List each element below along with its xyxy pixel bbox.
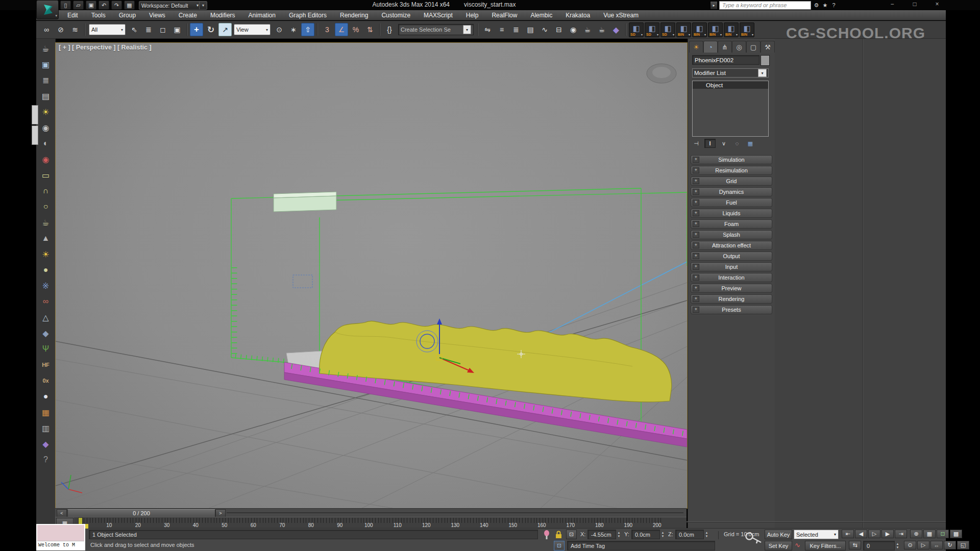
help-icon[interactable]: ? [830, 2, 838, 9]
menu-item[interactable]: Create [172, 10, 204, 20]
time-config-icon[interactable]: ⊙ [904, 541, 916, 549]
angle-snap-icon[interactable]: ∠ [335, 23, 348, 36]
next-frame-button[interactable]: ▶ [881, 530, 894, 538]
rollout-header[interactable]: +Output [691, 252, 772, 261]
zoom-all-icon[interactable]: ▦ [923, 530, 936, 538]
expand-plus-icon[interactable]: + [693, 253, 699, 259]
rollout-header[interactable]: +Dynamics [691, 187, 772, 196]
redo-icon[interactable]: ↷ [111, 1, 122, 10]
align-icon[interactable]: ≡ [495, 23, 508, 36]
shaded-sphere-icon[interactable]: ◐ [39, 137, 53, 150]
menu-item[interactable]: Vue xStream [597, 10, 645, 20]
pin-stack-icon[interactable]: ⊣ [691, 139, 701, 147]
modifier-list-dropdown[interactable]: Modifier List▾ [692, 68, 769, 78]
minimize-button[interactable]: − [886, 1, 898, 8]
frame-spinner[interactable]: ▲▼ [895, 541, 900, 550]
percent-snap-icon[interactable]: % [349, 23, 362, 36]
key-filters-button[interactable]: Key Filters... [805, 541, 846, 550]
welcome-window[interactable]: Welcome to M [36, 524, 85, 550]
vray-toolbar-icon[interactable]: ◆ [609, 23, 623, 36]
make-unique-icon[interactable]: ∨ [719, 139, 729, 147]
instancer-icon[interactable]: ※ [39, 279, 53, 292]
select-move-icon[interactable]: + [190, 23, 203, 36]
remove-modifier-icon[interactable]: ◌ [732, 139, 742, 147]
rollout-header[interactable]: +Rendering [691, 294, 772, 304]
frame-buffer-icon[interactable]: ▣ [39, 58, 53, 71]
ribbon-toggle-icon[interactable]: ▤ [524, 23, 537, 36]
timeline-ruler[interactable]: 0102030405060708090100110120130140150160… [74, 517, 687, 529]
dome-light-icon[interactable]: ∩ [39, 184, 53, 197]
isolate-cube-button[interactable]: ⊡ [554, 541, 565, 550]
perspective-viewport[interactable]: [ + ] [ Perspective ] [ Realistic ] [55, 42, 688, 509]
render-settings-icon[interactable]: ▤ [39, 89, 53, 103]
proxy-icon[interactable]: ∞ [39, 295, 53, 308]
expand-plus-icon[interactable]: + [693, 210, 699, 216]
mirror-icon[interactable]: ⇋ [481, 23, 494, 36]
selection-lock-icon[interactable] [555, 531, 562, 539]
layer-manager-icon[interactable]: ≣ [509, 23, 523, 36]
current-frame-field[interactable]: 0 [863, 541, 895, 550]
next-frame-arrow[interactable]: > [215, 509, 226, 517]
prev-frame-button[interactable]: ◀ [855, 530, 867, 538]
rollout-header[interactable]: +Input [691, 262, 772, 271]
material-editor-icon[interactable]: ◉ [567, 23, 580, 36]
render-setup-icon[interactable]: ☕ [581, 23, 594, 36]
zoom-extents-icon[interactable]: ⊡ [937, 530, 949, 538]
expand-plus-icon[interactable]: + [693, 189, 699, 195]
render-production-icon[interactable]: ☕ [595, 23, 608, 36]
menu-item[interactable]: Tools [85, 10, 112, 20]
keyboard-override-icon[interactable]: ⇧ [301, 23, 314, 36]
menu-item[interactable]: Animation [242, 10, 282, 20]
maximize-button[interactable]: □ [909, 1, 921, 8]
rollout-header[interactable]: +Grid [691, 177, 772, 186]
menu-item[interactable]: Edit [61, 10, 85, 20]
rollout-header[interactable]: +Presets [691, 305, 772, 314]
emitter-box[interactable] [274, 192, 336, 212]
tab-modify[interactable]: ◔ [703, 41, 718, 53]
rollout-header[interactable]: +Preview [691, 284, 772, 293]
realflow-sd-icon[interactable]: ◧SD▾ [645, 22, 659, 37]
expand-plus-icon[interactable]: + [693, 264, 699, 270]
expand-plus-icon[interactable]: + [693, 296, 699, 302]
tab-utilities[interactable]: ⚒ [761, 41, 775, 53]
select-object-icon[interactable]: ⇖ [128, 23, 141, 36]
prev-frame-arrow[interactable]: < [57, 509, 67, 517]
render-teapot-icon[interactable]: ☕ [39, 42, 53, 55]
favorites-icon[interactable]: ★ [821, 2, 829, 9]
grass-icon[interactable]: Ψ [39, 342, 53, 356]
goto-start-button[interactable]: ⇤ [842, 530, 854, 538]
expand-plus-icon[interactable]: + [693, 157, 699, 163]
zoom-all-extents-icon[interactable]: ▩ [950, 530, 962, 538]
render-options-icon[interactable]: ≣ [39, 73, 53, 87]
x-coordinate-field[interactable]: -4.55cm [587, 530, 616, 539]
show-end-result-icon[interactable]: I [704, 139, 716, 148]
rollout-header[interactable]: +Foam [691, 219, 772, 229]
menu-item[interactable]: Rendering [333, 10, 375, 20]
goto-end-button[interactable]: ⇥ [895, 530, 907, 538]
color-panel-icon[interactable]: ▦ [39, 406, 53, 419]
rect-light-icon[interactable]: ▭ [39, 168, 53, 182]
zoom-icon[interactable]: ⊕ [910, 530, 922, 538]
selection-lock-pin-icon[interactable] [543, 530, 551, 539]
save-file-icon[interactable]: ▣ [86, 1, 96, 10]
menu-item[interactable]: Alembic [524, 10, 559, 20]
time-slider-handle[interactable]: 0 / 200 [67, 509, 215, 517]
maximize-viewport-icon[interactable]: ◱ [957, 541, 969, 549]
menu-item[interactable]: Krakatoa [559, 10, 597, 20]
camera-icon[interactable]: ◉ [39, 121, 53, 134]
physical-camera-icon[interactable]: ◉ [39, 153, 53, 166]
open-file-icon[interactable]: ▱ [73, 1, 84, 10]
expand-plus-icon[interactable]: + [693, 307, 699, 313]
rect-selection-region-icon[interactable]: ◻ [156, 23, 169, 36]
expand-plus-icon[interactable]: + [693, 221, 699, 227]
key-selection-dropdown[interactable]: Selected▾ [794, 530, 839, 539]
use-pivot-center-icon[interactable]: ⊙ [273, 23, 286, 36]
lattice-diamond-icon[interactable]: ◆ [39, 437, 53, 450]
auto-key-button[interactable]: Auto Key [765, 530, 792, 539]
menu-item[interactable]: Help [459, 10, 485, 20]
select-rotate-icon[interactable]: ↻ [204, 23, 217, 36]
key-curve-icon[interactable]: ∿ [795, 541, 800, 549]
search-go-button[interactable]: ▸ [710, 1, 718, 10]
bind-spacewarp-icon[interactable]: ≋ [68, 23, 82, 36]
rollout-header[interactable]: +Fuel [691, 198, 772, 207]
